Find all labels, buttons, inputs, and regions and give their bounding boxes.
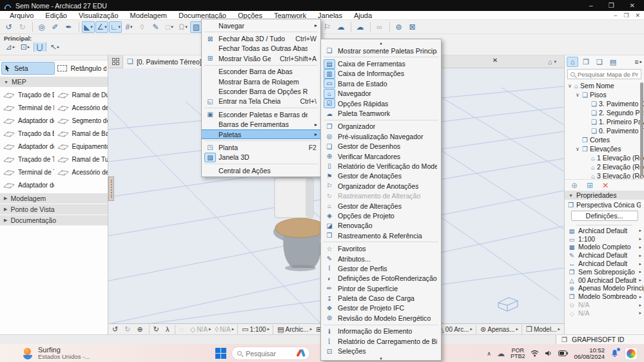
menu-item[interactable]: Barras de Ferramentas — [202, 120, 320, 129]
hidden-icons-chevron[interactable]: ∧ — [487, 350, 491, 357]
menu-item[interactable]: ▣ Esconder Paletas e Barras de Ferrament… — [202, 110, 320, 119]
menu-item[interactable]: Paletas — [202, 129, 320, 139]
submenu-item[interactable]: ✎ Atributos... — [321, 254, 441, 263]
tree-item[interactable]: ❏ 2. Segundo Paviment — [565, 108, 644, 117]
snap-magnet-icon[interactable]: ⋃ — [34, 43, 46, 52]
tree-item[interactable]: ⌂ 2 Elevação (Reconstr — [565, 162, 644, 171]
notification-bell-icon[interactable] — [610, 349, 619, 357]
navigator-search[interactable] — [567, 69, 641, 79]
menu-item[interactable]: ◳ Planta F2 — [202, 142, 320, 152]
separator[interactable] — [351, 22, 351, 32]
property-row[interactable]: ▤ Archicad Default ▸ — [565, 227, 644, 235]
minimize-button[interactable]: – — [589, 2, 593, 9]
menubar-item[interactable]: Ajuda — [348, 11, 378, 20]
menu-item[interactable]: Esconder Barra de Opções Rápidas — [202, 86, 320, 96]
close-tab-icon[interactable]: ✕ — [491, 57, 500, 64]
snap-points-icon[interactable]: ∟▾ — [109, 21, 122, 33]
toolbox-tool[interactable]: Traçado de Tubo — [0, 153, 54, 166]
property-row[interactable]: ↔ Archicad Default ▸ — [565, 260, 644, 268]
toolbox-section-collapsed[interactable]: ▶ Ponto de Vista — [0, 204, 108, 214]
toolbox-section-collapsed[interactable]: ▶ Modelagem — [0, 193, 108, 204]
menubar-item[interactable]: Visualização — [73, 11, 124, 20]
submenu-item[interactable]: ❖ Gestor de Projeto IFC — [321, 303, 441, 313]
weather-widget[interactable]: Surfing Estados Unidos -... — [22, 347, 90, 360]
layout-book-icon[interactable]: ❏ — [594, 57, 605, 67]
submenu-item[interactable]: ❏ Mostrar somente Paletas Principais — [321, 46, 441, 55]
clock[interactable]: 10:52 06/08/2024 — [574, 347, 605, 360]
speaker-icon[interactable] — [545, 350, 552, 357]
menubar-item[interactable]: Edição — [39, 11, 73, 20]
menu-item[interactable]: ◱ Entrar na Tela Cheia Ctrl+\ — [202, 97, 320, 106]
submenu-item[interactable]: ◎ Pré-visualização Navegador — [321, 131, 441, 141]
menu-item[interactable]: ▨ Janela 3D — [202, 153, 320, 162]
toolbox-tool[interactable]: Acessório de D... — [54, 101, 108, 114]
toolbox-tool[interactable]: Adaptador de ... — [0, 178, 54, 191]
toolbox-tool[interactable]: Acessório de T... — [54, 166, 108, 178]
start-button[interactable] — [212, 345, 229, 362]
fill-icon[interactable]: □▾ — [163, 21, 176, 33]
toolbox-tool[interactable]: Terminal de Du... — [0, 101, 54, 114]
link-icon[interactable]: ∞ — [373, 21, 386, 33]
menubar-item[interactable]: Modelagem — [124, 11, 173, 20]
view-forward-icon[interactable]: ↻ — [122, 325, 135, 334]
search-input[interactable] — [578, 71, 638, 78]
submenu-item[interactable]: ⌂ Navegador — [321, 89, 441, 99]
undo-icon[interactable]: ↺ — [3, 21, 15, 33]
toolbox-tool[interactable]: Ramal de Band... — [54, 127, 108, 140]
property-row[interactable]: ◇ N/A ▸ — [565, 309, 644, 318]
polyline-select-icon[interactable]: ⊿▸ — [4, 43, 17, 52]
pinned-app-icon[interactable] — [625, 347, 638, 360]
tab-overview-button[interactable] — [108, 55, 122, 68]
toolbox-tool[interactable]: Equipamento — [54, 140, 108, 153]
child-minimize-button[interactable]: – — [614, 12, 617, 19]
guidelines-icon[interactable]: ◣▾ — [82, 21, 95, 33]
expander-icon[interactable]: ∨ — [575, 92, 580, 98]
property-row[interactable]: ▭ 1:100 ▸ — [565, 235, 644, 243]
add-viewpoint-icon[interactable]: ⊕ — [571, 181, 578, 190]
tree-item[interactable]: ∨ ❏ Pisos — [565, 90, 644, 99]
submenu-item[interactable]: ⌊ Relatório de Carregamento de Bibliotec… — [321, 336, 441, 346]
submenu-item[interactable]: ☆ Favoritos — [321, 243, 441, 253]
submenu-item[interactable]: ◈ Opções de Projeto — [321, 211, 441, 220]
submenu-item[interactable]: ◪ Renovação — [321, 221, 441, 231]
explore-model-icon[interactable]: λ — [164, 325, 174, 334]
cloud-icon[interactable]: ☁ — [335, 21, 347, 33]
onedrive-cloud-icon[interactable]: ☁ — [497, 349, 505, 358]
cloud-sync-icon[interactable]: ☁ — [354, 21, 367, 33]
property-row[interactable]: ▦ Modelo Completo ▸ — [565, 243, 644, 252]
submenu-item[interactable]: ▯ Relatório de Verificação do Modelo — [321, 161, 441, 171]
property-row[interactable]: ❐ Sem Sobreposição ▸ — [565, 268, 644, 276]
tree-scrollbar[interactable] — [640, 82, 643, 176]
binoculars-icon[interactable]: ⊚ — [393, 21, 405, 33]
tree-item[interactable]: ⌂ 3 Elevação (Reconstr — [565, 171, 644, 179]
menu-item[interactable]: Fechar Todas as Outras Abas e Janelas — [202, 44, 320, 53]
submenu-item[interactable]: ▤ Caixa de Ferramentas — [321, 59, 441, 68]
taskbar-search-input[interactable] — [246, 350, 287, 357]
child-close-button[interactable]: ✕ — [635, 12, 640, 19]
magic-wand-icon[interactable]: ✎ — [150, 21, 162, 33]
menu-item[interactable]: Esconder Barra de Abas — [202, 67, 320, 77]
separator[interactable] — [389, 22, 390, 32]
property-row[interactable]: △ 00 Archicad Default ▸ — [565, 276, 644, 285]
submenu-item[interactable]: I Gestor de Perfis — [321, 263, 441, 273]
suspend-groups-icon[interactable]: ◊ — [136, 21, 149, 33]
tree-item[interactable]: ⌂ 1 Elevação (Reconstr — [565, 153, 644, 162]
toolbox-tool[interactable]: Adaptador de ... — [0, 140, 54, 153]
delete-icon[interactable]: ✕ — [602, 181, 609, 190]
lock-icon[interactable]: Ω▾ — [177, 21, 190, 33]
submenu-item[interactable]: ☑ Opções Rápidas — [321, 99, 441, 108]
battery-icon[interactable] — [558, 350, 568, 356]
snap-guides-icon[interactable]: ∠▾ — [95, 21, 108, 33]
tree-item[interactable]: ❏ 1. Primeiro Paviment — [565, 117, 644, 126]
submenu-item[interactable]: ⚑ Gestor de Anotações — [321, 171, 441, 181]
toolbox-tool[interactable]: Traçado de Duto — [0, 88, 54, 101]
toolbox-tool[interactable]: Ramal de Duto — [54, 88, 108, 101]
pen-na-icon[interactable]: ◊N/A▸ — [213, 325, 237, 334]
graphisoft-id-button[interactable]: ❐ GRAPHISOFT ID — [556, 335, 644, 344]
scale-icon[interactable]: ▭1:100▸ — [237, 325, 271, 334]
separator[interactable] — [79, 22, 79, 32]
camera-icon[interactable]: ⊠ — [406, 21, 419, 33]
separator[interactable] — [32, 22, 33, 32]
toolbox-section-collapsed[interactable]: ▶ Documentação — [0, 215, 108, 225]
wifi-icon[interactable] — [531, 350, 539, 357]
